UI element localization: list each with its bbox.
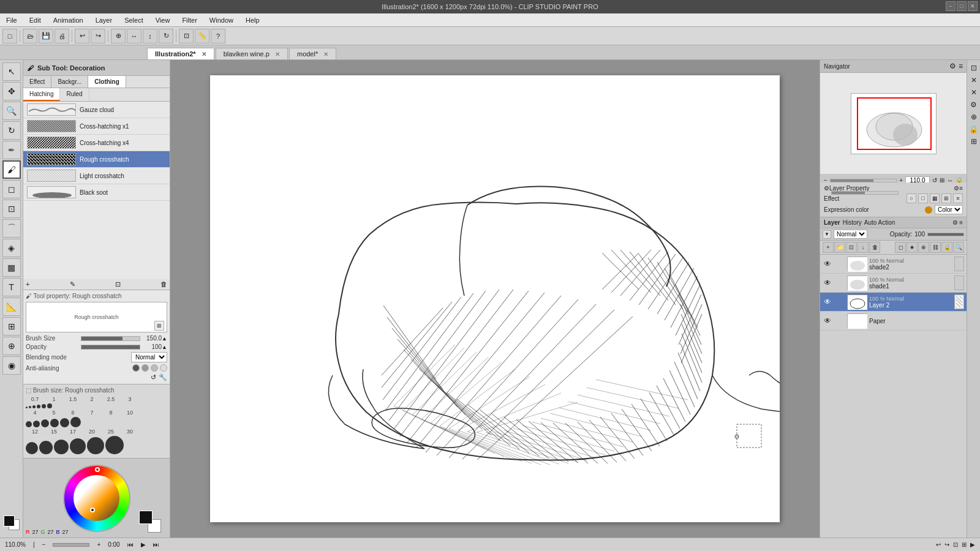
- layer-effect-button[interactable]: ★: [907, 242, 918, 253]
- reset-icon[interactable]: ↺: [151, 373, 156, 381]
- dot-0.7[interactable]: [26, 407, 28, 408]
- color-wheel[interactable]: [63, 465, 130, 532]
- tab-blaviken[interactable]: blaviken wine.p ✕: [216, 48, 288, 59]
- zoom-tool[interactable]: 🔍: [2, 102, 21, 120]
- layer-paper-lock[interactable]: [835, 316, 845, 326]
- close-tab-blaviken[interactable]: ✕: [275, 51, 280, 58]
- layer-panel-settings-icon[interactable]: ⚙: [952, 219, 958, 226]
- expression-select[interactable]: Color: [935, 205, 963, 214]
- effect-icon-3[interactable]: ▦: [930, 193, 940, 203]
- cat-clothing[interactable]: Clothing: [88, 76, 126, 88]
- dot-7[interactable]: [50, 419, 59, 427]
- wrench-icon[interactable]: 🔧: [159, 373, 167, 381]
- right-icon-2[interactable]: ✕: [968, 75, 979, 86]
- delete-brush-icon[interactable]: 🗑: [160, 280, 167, 288]
- edit-brush-icon[interactable]: ✎: [70, 280, 75, 288]
- nav-settings-icon[interactable]: ⚙: [949, 62, 956, 70]
- color-wheel-container[interactable]: [63, 465, 130, 532]
- brush-gauze-cloud[interactable]: Gauze cloud: [23, 102, 170, 118]
- crop-button[interactable]: ⊡: [179, 29, 194, 43]
- layer-layer2-eye[interactable]: 👁: [823, 297, 832, 307]
- effect-icon-2[interactable]: □: [918, 193, 928, 203]
- aa-circle-1[interactable]: [132, 364, 140, 372]
- brush-size-slider[interactable]: [81, 336, 140, 341]
- dot-1.5[interactable]: [32, 405, 36, 408]
- dot-30[interactable]: [105, 436, 124, 454]
- eraser-tool[interactable]: ◻: [2, 180, 21, 198]
- layer-prop-menu-icon[interactable]: ≡: [959, 185, 963, 192]
- select-tool[interactable]: ⊡: [2, 200, 21, 218]
- layer-opacity-slider[interactable]: [927, 233, 964, 236]
- close-tab-illustration2[interactable]: ✕: [202, 51, 206, 58]
- status-play-fwd[interactable]: ⏭: [153, 541, 159, 548]
- minimize-button[interactable]: −: [946, 1, 956, 11]
- merge-layer-button[interactable]: ↓: [858, 242, 869, 253]
- layer-tab-auto-action[interactable]: Auto Action: [864, 219, 895, 226]
- layer-clip-button[interactable]: ⛓: [930, 242, 941, 253]
- gradient-tool[interactable]: ▦: [2, 258, 21, 277]
- menu-edit[interactable]: Edit: [23, 15, 47, 25]
- eyedropper-tool[interactable]: ⊕: [2, 337, 21, 355]
- menu-select[interactable]: Select: [118, 15, 149, 25]
- right-icon-5[interactable]: ⊕: [968, 111, 979, 122]
- layer-shade1-lock[interactable]: [835, 278, 845, 288]
- ruler-button[interactable]: 📏: [195, 29, 209, 43]
- layer-shade1-eye[interactable]: 👁: [823, 278, 832, 288]
- menu-view[interactable]: View: [149, 15, 176, 25]
- menu-window[interactable]: Window: [203, 15, 239, 25]
- preview-expand-icon[interactable]: ⊞: [154, 321, 164, 331]
- brush-black-soot[interactable]: Black soot: [23, 184, 170, 201]
- status-maximize-icon[interactable]: ⊞: [962, 541, 967, 548]
- aa-circle-4[interactable]: [160, 364, 167, 372]
- dot-17[interactable]: [54, 440, 69, 454]
- copy-layer-button[interactable]: ⊡: [846, 242, 857, 253]
- menu-filter[interactable]: Filter: [176, 15, 203, 25]
- subcat-ruled[interactable]: Ruled: [60, 88, 89, 101]
- dot-25[interactable]: [87, 437, 104, 454]
- layer-shade2[interactable]: 👁 100 % Normal shade2: [820, 255, 967, 274]
- layer-blend-button[interactable]: ⊕: [918, 242, 929, 253]
- expression-color-select[interactable]: Color: [925, 205, 963, 214]
- flip-h-button[interactable]: ↔: [127, 29, 141, 43]
- dot-8[interactable]: [60, 418, 69, 427]
- close-button[interactable]: ✕: [968, 1, 978, 11]
- layer-lock-button[interactable]: 🔒: [941, 242, 952, 253]
- dot-20[interactable]: [70, 438, 86, 454]
- right-icon-7[interactable]: ⊞: [968, 136, 979, 147]
- zoom-slider[interactable]: [830, 179, 897, 182]
- navigator-preview[interactable]: [820, 73, 967, 174]
- transform-button[interactable]: ⊕: [111, 29, 126, 43]
- help-button[interactable]: ?: [211, 29, 225, 43]
- effect-icon-4[interactable]: ⊞: [941, 193, 951, 203]
- effect-icon-1[interactable]: ○: [907, 193, 916, 203]
- right-icon-3[interactable]: ✕: [968, 87, 979, 98]
- rotation-tool[interactable]: ↻: [2, 121, 21, 140]
- layer-search-button[interactable]: 🔍: [953, 242, 964, 253]
- canvas-area[interactable]: [170, 60, 820, 538]
- frame-tool[interactable]: ⊞: [2, 317, 21, 335]
- status-arrow-icon[interactable]: ▶: [970, 541, 975, 548]
- opacity-slider[interactable]: [81, 345, 140, 350]
- fg-swatch[interactable]: [139, 511, 153, 524]
- status-undo-icon[interactable]: ↩: [936, 541, 941, 548]
- dot-3[interactable]: [47, 403, 52, 408]
- new-layer-button[interactable]: +: [823, 242, 834, 253]
- nav-menu-icon[interactable]: ≡: [959, 62, 963, 70]
- layer-shade1[interactable]: 👁 100 % Normal shade1: [820, 274, 967, 293]
- new-folder-button[interactable]: 📁: [834, 242, 845, 253]
- cat-effect[interactable]: Effect: [23, 76, 51, 88]
- save-button[interactable]: 💾: [39, 29, 53, 43]
- layer-tab-history[interactable]: History: [843, 219, 862, 226]
- redo-button[interactable]: ↪: [91, 29, 105, 43]
- layer-mode-select[interactable]: Normal: [834, 230, 867, 239]
- status-play-back[interactable]: ⏮: [127, 541, 134, 548]
- status-extra-icon[interactable]: ⊡: [953, 541, 958, 548]
- layer-prop-settings-icon[interactable]: ⚙: [954, 185, 959, 192]
- pen-tool[interactable]: ✒: [2, 141, 21, 159]
- layer-mode-dropdown-arrow[interactable]: ▼: [823, 230, 831, 239]
- status-minus[interactable]: −: [42, 541, 46, 548]
- dot-6[interactable]: [41, 419, 49, 427]
- lasso-tool[interactable]: ⌒: [2, 219, 21, 238]
- brush-crosshatch-x1[interactable]: Cross-hatching x1: [23, 118, 170, 135]
- open-button[interactable]: 🗁: [23, 29, 37, 43]
